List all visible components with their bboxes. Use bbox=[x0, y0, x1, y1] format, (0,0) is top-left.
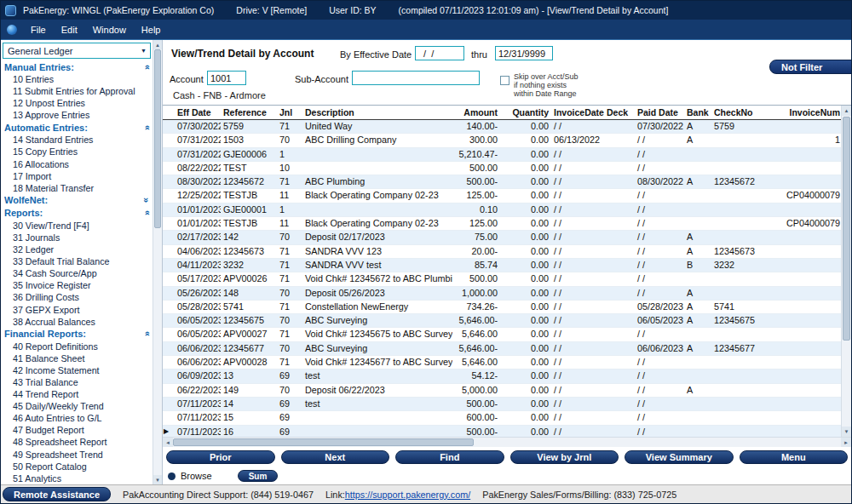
sidebar-item-16-allocations[interactable]: 16 Allocations bbox=[1, 158, 153, 170]
table-vscroll-thumb[interactable] bbox=[843, 117, 850, 341]
table-row[interactable]: 01/01/2023TESTJB11Black Operating Compan… bbox=[163, 217, 841, 231]
collapse-chevron-icon[interactable]: » bbox=[142, 331, 151, 336]
sidebar-item-40-report-definitions[interactable]: 40 Report Definitions bbox=[1, 341, 153, 352]
sidebar-item-13-approve-entries[interactable]: 13 Approve Entries bbox=[1, 109, 153, 121]
action-button-prior[interactable]: Prior bbox=[166, 450, 275, 464]
not-filter-button[interactable]: Not Filter bbox=[769, 60, 852, 74]
sidebar-item-38-accrual-balances[interactable]: 38 Accrual Balances bbox=[1, 316, 153, 328]
sidebar-section-wolfenet[interactable]: WolfeNet:» bbox=[1, 194, 153, 207]
sidebar-item-32-ledger[interactable]: 32 Ledger bbox=[1, 243, 153, 255]
table-row[interactable]: 06/05/2023APV0002771Void Chk# 12345675 t… bbox=[163, 328, 841, 341]
date-from-input[interactable] bbox=[415, 46, 464, 60]
sidebar-item-11-submit-entries-for-approval[interactable]: 11 Submit Entries for Approval bbox=[1, 85, 153, 97]
scroll-up-arrow-icon[interactable]: ▲ bbox=[153, 40, 162, 49]
sidebar-item-45-daily-weekly-trend[interactable]: 45 Daily/Weekly Trend bbox=[1, 400, 153, 412]
table-row[interactable]: 07/31/2022GJE0000615,210.47-0.00/ // / bbox=[163, 148, 841, 162]
scroll-down-arrow-icon[interactable]: ▼ bbox=[153, 475, 162, 484]
table-row[interactable]: 02/17/202314270Deposit 02/17/202375.000.… bbox=[163, 231, 841, 244]
table-row[interactable]: 05/26/202314870Deposit 05/26/20231,000.0… bbox=[163, 287, 841, 301]
account-input[interactable] bbox=[207, 71, 246, 85]
action-button-view-summary[interactable]: View Summary bbox=[625, 450, 734, 464]
column-header-invoicedate[interactable]: InvoiceDate bbox=[551, 106, 604, 119]
support-link[interactable]: https://support.pakenergy.com/ bbox=[345, 490, 470, 500]
column-header-bank[interactable]: Bank bbox=[684, 106, 711, 119]
sidebar-item-33-default-trial-balance[interactable]: 33 Default Trial Balance bbox=[1, 255, 153, 267]
expand-chevron-icon[interactable]: » bbox=[142, 198, 151, 203]
sidebar-section-reports[interactable]: Reports:» bbox=[1, 207, 153, 220]
sidebar-item-15-copy-entries[interactable]: 15 Copy Entries bbox=[1, 146, 153, 158]
sidebar-item-42-income-statement[interactable]: 42 Income Statement bbox=[1, 364, 153, 376]
sidebar-item-34-cash-source-app[interactable]: 34 Cash Source/App bbox=[1, 267, 153, 279]
sidebar-item-37-gepx-export[interactable]: 37 GEPX Export bbox=[1, 304, 153, 316]
sidebar-item-43-trial-balance[interactable]: 43 Trial Balance bbox=[1, 376, 153, 388]
sidebar-item-46-auto-entries-to-g-l[interactable]: 46 Auto Entries to G/L bbox=[1, 412, 153, 424]
table-vertical-scrollbar[interactable]: ▲ ▼ bbox=[841, 106, 851, 437]
table-row[interactable]: 08/22/2022TEST10500.000.00/ // / bbox=[163, 162, 841, 175]
sidebar-item-17-import[interactable]: 17 Import bbox=[1, 170, 153, 182]
table-row[interactable]: 06/06/2023APV0002871Void Chk# 12345677 t… bbox=[163, 356, 841, 369]
scroll-right-arrow-icon[interactable]: ► bbox=[841, 438, 851, 447]
sidebar-item-51-analytics[interactable]: 51 Analytics bbox=[1, 472, 153, 484]
module-selector[interactable]: General Ledger ▼ bbox=[3, 43, 151, 59]
table-row[interactable]: 01/01/2023GJE0000110.100.00/ // / bbox=[163, 203, 841, 217]
column-header-invoicenum[interactable]: InvoiceNum bbox=[766, 106, 841, 119]
sidebar-item-14-standard-entries[interactable]: 14 Standard Entries bbox=[1, 134, 153, 146]
action-button-next[interactable]: Next bbox=[281, 450, 390, 464]
table-vscroll-track[interactable] bbox=[842, 116, 851, 427]
table-row[interactable]: 07/30/2022575971United Way140.00-0.00/ /… bbox=[163, 120, 841, 134]
menu-item-edit[interactable]: Edit bbox=[54, 21, 85, 38]
sidebar-item-10-entries[interactable]: 10 Entries bbox=[1, 73, 153, 85]
table-row[interactable]: 12/25/2022TESTJB11Black Operating Compan… bbox=[163, 189, 841, 203]
sidebar-item-47-budget-report[interactable]: 47 Budget Report bbox=[1, 424, 153, 436]
column-header-amount[interactable]: Amount bbox=[452, 106, 500, 119]
table-row[interactable]: 06/22/202314970Deposit 06/22/20235,000.0… bbox=[163, 384, 841, 398]
sidebar-item-36-drilling-costs[interactable]: 36 Drilling Costs bbox=[1, 291, 153, 303]
sub-account-input[interactable] bbox=[352, 71, 480, 85]
sidebar-section-automatic-entries[interactable]: Automatic Entries:» bbox=[1, 121, 153, 134]
sidebar-item-30-view-trend-f4[interactable]: 30 View/Trend [F4] bbox=[1, 220, 153, 232]
menu-item-file[interactable]: File bbox=[23, 21, 54, 38]
sidebar-item-50-report-catalog[interactable]: 50 Report Catalog bbox=[1, 461, 153, 472]
sidebar-item-44-trend-report[interactable]: 44 Trend Report bbox=[1, 388, 153, 400]
table-row[interactable]: 07/11/20231569600.00-0.00/ // / bbox=[163, 411, 841, 425]
table-horizontal-scrollbar[interactable]: ◄ ► bbox=[163, 437, 851, 447]
sidebar-scroll-thumb[interactable] bbox=[154, 49, 161, 228]
action-button-find[interactable]: Find bbox=[395, 450, 504, 464]
table-row[interactable]: 07/11/20231469test500.00-0.00/ // / bbox=[163, 398, 841, 411]
table-row[interactable]: 05/17/2023APV0002671Void Chk# 12345672 t… bbox=[163, 272, 841, 286]
sidebar-item-49-spreadsheet-trend[interactable]: 49 Spreadsheet Trend bbox=[1, 449, 153, 461]
table-row[interactable]: ▶07/11/20231669500.00-0.00/ // / bbox=[163, 426, 841, 437]
action-button-view-by-jrnl[interactable]: View by Jrnl bbox=[510, 450, 619, 464]
sidebar-item-12-unpost-entries[interactable]: 12 Unpost Entries bbox=[1, 97, 153, 109]
collapse-chevron-icon[interactable]: » bbox=[142, 125, 151, 130]
table-row[interactable]: 06/05/20231234567570ABC Surveying5,646.0… bbox=[163, 314, 841, 328]
column-header-paid-date[interactable]: Paid Date bbox=[635, 106, 684, 119]
sum-button[interactable]: Sum bbox=[238, 470, 279, 482]
sidebar-item-18-material-transfer[interactable]: 18 Material Transfer bbox=[1, 182, 153, 194]
action-button-menu[interactable]: Menu bbox=[740, 450, 849, 464]
sidebar-section-manual-entries[interactable]: Manual Entries:» bbox=[1, 60, 153, 73]
column-header-reference[interactable]: Reference bbox=[221, 106, 277, 119]
sidebar-item-31-journals[interactable]: 31 Journals bbox=[1, 232, 153, 243]
table-hscroll-track[interactable] bbox=[173, 438, 841, 447]
sidebar-section-financial-reports[interactable]: Financial Reports:» bbox=[1, 328, 153, 341]
dropdown-arrow-icon[interactable]: ▼ bbox=[137, 48, 150, 54]
collapse-chevron-icon[interactable]: » bbox=[142, 64, 151, 69]
table-row[interactable]: 07/31/2022150370ABC Drilling Company300.… bbox=[163, 134, 841, 147]
date-to-input[interactable] bbox=[495, 46, 553, 60]
column-header-eff-date[interactable]: Eff Date bbox=[175, 106, 221, 119]
skip-acct-checkbox[interactable] bbox=[500, 76, 509, 85]
sidebar-scroll-track[interactable] bbox=[153, 49, 162, 475]
menu-item-window[interactable]: Window bbox=[85, 21, 134, 38]
table-row[interactable]: 06/06/20231234567770ABC Surveying5,646.0… bbox=[163, 342, 841, 356]
sidebar-item-41-balance-sheet[interactable]: 41 Balance Sheet bbox=[1, 352, 153, 364]
menu-item-help[interactable]: Help bbox=[134, 21, 169, 38]
scroll-left-arrow-icon[interactable]: ◄ bbox=[163, 438, 173, 447]
table-row[interactable]: 04/06/20231234567371SANDRA VVV 12320.00-… bbox=[163, 245, 841, 259]
scroll-down-arrow-icon[interactable]: ▼ bbox=[842, 427, 851, 437]
table-row[interactable]: 06/09/20231369test54.12-0.00/ // / bbox=[163, 369, 841, 383]
column-header-deck[interactable]: Deck bbox=[604, 106, 635, 119]
table-hscroll-thumb[interactable] bbox=[173, 438, 474, 446]
table-row[interactable]: 08/30/20221234567271ABC Plumbing500.00-0… bbox=[163, 175, 841, 189]
sidebar-item-48-spreadsheet-report[interactable]: 48 Spreadsheet Report bbox=[1, 436, 153, 448]
